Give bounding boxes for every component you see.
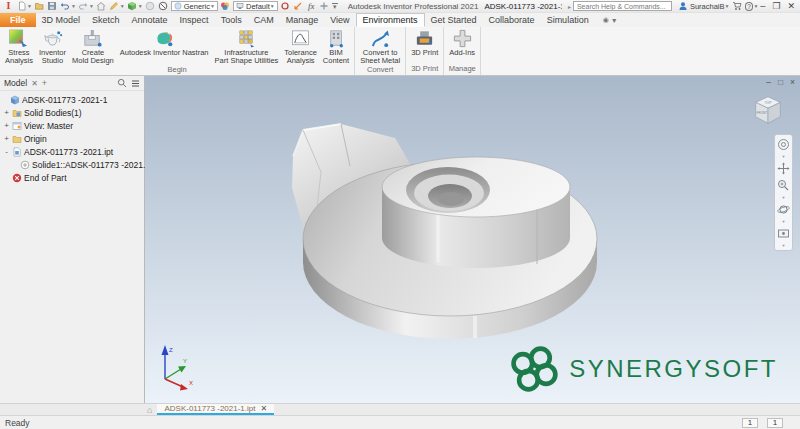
document-tab-close-icon[interactable]: ✕ [260,404,267,413]
new-file-dropdown[interactable]: ▼ [27,3,32,9]
occurrence-counter-2: 1 [767,418,783,428]
open-file-icon[interactable] [34,1,45,12]
3d-print-button[interactable]: 3D Print [408,28,441,64]
tab-get-started[interactable]: Get Started [425,13,483,27]
zoom-icon[interactable] [777,179,790,192]
pan-icon[interactable] [777,162,790,175]
tree-item-solid-body[interactable]: Solide1::ADSK-011773 -2021.ipt [0,158,144,171]
adjust-appearance-icon[interactable] [280,1,291,12]
navbar-overflow-caret[interactable]: ▼ [782,244,786,247]
restore-button[interactable]: ❐ [772,2,780,11]
inventor-studio-button[interactable]: InventorStudio [36,28,69,65]
user-dropdown[interactable]: ▼ [725,3,730,9]
ribbon-toggle-icon: ◉ [603,16,609,24]
orbit-caret[interactable]: ▼ [782,220,786,223]
tab-3d-model[interactable]: 3D Model [36,13,87,27]
help-icon[interactable]: ? [745,2,754,11]
home-tab-icon[interactable]: ⌂ [147,404,152,415]
zoom-caret[interactable]: ▼ [782,196,786,199]
plus-icon[interactable] [319,1,330,12]
doc-restore-icon[interactable]: □ [778,77,783,87]
user-account[interactable]: SurachaiB ▼ [678,1,730,11]
browser-tab-close-icon[interactable]: ✕ [31,79,38,88]
inventor-app-icon[interactable]: I [3,1,14,12]
navigation-wheel-icon[interactable] [777,138,790,151]
end-of-part-icon [12,173,22,183]
document-tab-active[interactable]: ADSK-011773 -2021-1.ipt ✕ [157,404,274,415]
group-label-begin[interactable]: Begin [0,65,354,75]
group-label-3d-print[interactable]: 3D Print [406,64,443,75]
tab-manage[interactable]: Manage [280,13,325,27]
expander-icon[interactable]: + [3,134,10,143]
close-button[interactable]: ✕ [787,2,795,11]
nav-wheel-caret[interactable]: ▼ [782,155,786,158]
tab-annotate[interactable]: Annotate [126,13,174,27]
parameters-fx-icon[interactable]: fx [306,1,317,12]
measure-icon[interactable] [293,1,304,12]
qat-overflow-icon[interactable]: ▼ [332,3,338,10]
tab-file[interactable]: File [0,13,36,27]
generic-material-icon [174,2,182,10]
tolerance-analysis-button[interactable]: ToleranceAnalysis [281,28,320,65]
tab-environments[interactable]: Environments [356,13,425,27]
material-style-combo[interactable]: Generic▼ [171,1,218,11]
help-dropdown[interactable]: ▼ [753,3,758,9]
tab-view[interactable]: View [324,13,355,27]
undo-dropdown[interactable]: ▼ [71,3,76,9]
no-entry-icon[interactable] [158,1,169,12]
doc-close-icon[interactable]: × [790,77,795,87]
create-mold-design-button[interactable]: CreateMold Design [69,28,117,65]
material-dropdown[interactable]: ▼ [138,3,143,9]
expander-icon[interactable]: + [3,121,10,130]
tree-item-origin[interactable]: + Origin [0,132,144,145]
redo-dropdown[interactable]: ▼ [89,3,94,9]
doc-minimize-icon[interactable]: – [766,77,771,87]
view-cube[interactable]: TOP FRONT [749,92,787,130]
inventor-nastran-button[interactable]: Autodesk Inventor Nastran [117,28,212,65]
tab-cam[interactable]: CAM [248,13,280,27]
redo-icon[interactable] [78,1,89,12]
tree-item-part-file[interactable]: - ADSK-011773 -2021.ipt [0,145,144,158]
appearance-combo[interactable]: Default▼ [233,1,278,11]
group-label-convert[interactable]: Convert [355,65,405,75]
search-input[interactable] [573,1,672,11]
expander-icon[interactable]: - [3,147,10,156]
undo-icon[interactable] [60,1,71,12]
browser-search-icon[interactable] [117,78,127,88]
sphere-icon[interactable] [145,1,156,12]
color-wheel-icon[interactable] [220,1,231,12]
browser-menu-icon[interactable] [131,79,140,88]
tab-inspect[interactable]: Inspect [174,13,215,27]
solid-bodies-folder-icon [12,108,22,118]
tab-sketch[interactable]: Sketch [86,13,126,27]
minimize-button[interactable]: – [760,2,765,11]
cart-icon[interactable] [732,1,743,12]
expander-icon[interactable]: + [3,108,10,117]
tab-collaborate[interactable]: Collaborate [483,13,541,27]
search-caret-icon[interactable]: ▸ [568,3,571,10]
bim-content-button[interactable]: BIMContent [320,28,352,65]
tree-item-end-of-part[interactable]: End of Part [0,171,144,184]
browser-add-tab-icon[interactable]: + [42,78,47,88]
look-at-icon[interactable] [777,227,790,240]
infrastructure-part-shape-utilities-button[interactable]: InfrastructurePart Shape Utilities [212,28,282,65]
tab-tools[interactable]: Tools [215,13,248,27]
sketch-dropdown[interactable]: ▼ [120,3,125,9]
add-ins-button[interactable]: Add-Ins [446,28,478,64]
graphics-viewport[interactable]: – □ × TOP FRONT ▼ ▼ ▼ ▼ [145,76,800,403]
group-label-manage[interactable]: Manage [444,64,480,75]
browser-tab-model[interactable]: Model [4,78,27,88]
home-icon[interactable] [96,1,107,12]
new-file-icon[interactable] [16,1,27,12]
convert-to-sheet-metal-button[interactable]: Convert toSheet Metal [357,28,403,65]
save-icon[interactable] [47,1,58,12]
material-cube-icon[interactable] [127,1,138,12]
tree-item-view-master[interactable]: + View: Master [0,119,144,132]
tab-simulation[interactable]: Simulation [541,13,595,27]
tree-item-root[interactable]: ADSK-011773 -2021-1 [0,93,144,106]
tree-item-solid-bodies[interactable]: + Solid Bodies(1) [0,106,144,119]
ribbon-display-toggle[interactable]: ◉▼ [603,16,618,24]
sketch-pencil-icon[interactable] [109,1,120,12]
stress-analysis-button[interactable]: StressAnalysis [2,28,36,65]
orbit-icon[interactable] [777,203,790,216]
